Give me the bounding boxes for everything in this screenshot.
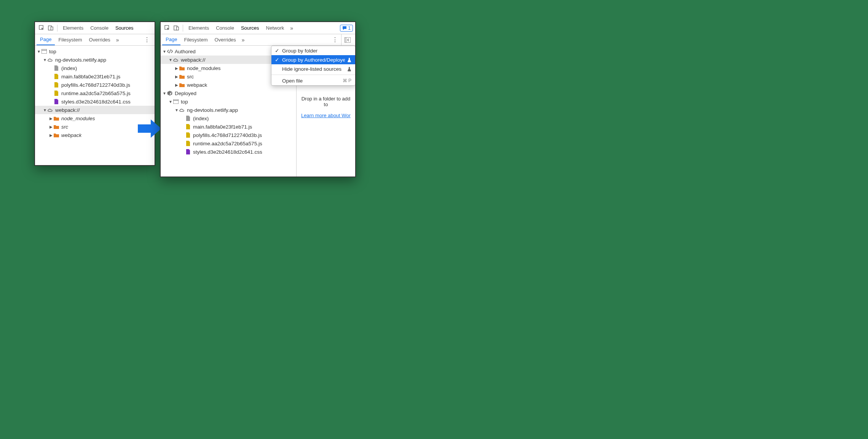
main-toolbar: Elements Console Sources <box>35 22 155 34</box>
caret-icon[interactable] <box>168 58 173 62</box>
tree-label: (index) <box>193 116 209 121</box>
caret-icon[interactable] <box>174 66 179 70</box>
subtab-filesystem[interactable]: Filesystem <box>55 34 85 45</box>
tree-label: polyfills.4c768d7122740d3b.js <box>61 82 130 88</box>
tree-label: Deployed <box>175 91 196 96</box>
tree-label: src <box>61 124 68 130</box>
tabs-more-icon[interactable]: » <box>288 25 295 31</box>
drop-hint: Drop in a folder to add to <box>300 96 352 107</box>
subtab-overrides[interactable]: Overrides <box>211 34 239 45</box>
caret-icon[interactable] <box>174 75 179 79</box>
device-icon[interactable] <box>172 24 180 32</box>
svg-rect-2 <box>51 27 53 30</box>
tree-file-css[interactable]: styles.d3e2b24618d2c641.css <box>161 148 297 156</box>
inspect-icon[interactable] <box>163 24 171 32</box>
subtab-more-icon[interactable]: » <box>114 37 121 43</box>
tree-label: polyfills.4c768d7122740d3b.js <box>193 132 262 138</box>
tab-sources[interactable]: Sources <box>238 22 262 34</box>
tree-label: ng-devtools.netlify.app <box>187 107 238 113</box>
tree-webpack[interactable]: webpack:// <box>35 106 155 114</box>
kebab-menu-icon[interactable]: ⋮ <box>141 36 153 43</box>
tree-file-js[interactable]: runtime.aa2dc5a72b65a575.js <box>35 89 155 97</box>
caret-icon[interactable] <box>37 49 41 54</box>
tree-domain[interactable]: ng-devtools.netlify.app <box>161 106 297 114</box>
sources-subbar: Page Filesystem Overrides » ⋮ <box>161 34 355 46</box>
shortcut-label: ⌘ P <box>343 78 351 83</box>
tree-file-index[interactable]: (index) <box>161 114 297 122</box>
folder-icon <box>53 115 59 121</box>
check-icon: ✓ <box>274 57 280 63</box>
tree-top[interactable]: top <box>161 97 297 106</box>
caret-icon[interactable] <box>43 58 47 62</box>
cloud-icon <box>173 57 179 63</box>
js-file-icon <box>53 82 59 88</box>
menu-group-authored[interactable]: ✓ Group by Authored/Deployed <box>271 55 355 64</box>
folder-icon <box>53 124 59 130</box>
menu-group-folder[interactable]: ✓ Group by folder <box>271 46 355 55</box>
css-file-icon <box>185 149 191 155</box>
tree-top[interactable]: top <box>35 47 155 56</box>
caret-icon[interactable] <box>43 108 47 112</box>
tree-deployed[interactable]: Deployed <box>161 89 297 97</box>
caret-icon[interactable] <box>174 108 179 112</box>
tab-sources[interactable]: Sources <box>112 22 137 34</box>
caret-icon[interactable] <box>162 49 167 54</box>
cloud-icon <box>47 57 53 63</box>
js-file-icon <box>185 132 191 138</box>
caret-icon[interactable] <box>49 133 53 137</box>
tree-label: (index) <box>61 65 77 71</box>
tab-elements[interactable]: Elements <box>60 22 86 34</box>
tree-file-js[interactable]: runtime.aa2dc5a72b65a575.js <box>161 139 297 148</box>
device-icon[interactable] <box>46 24 55 32</box>
inspect-icon[interactable] <box>37 24 46 32</box>
toggle-editor-icon[interactable] <box>341 34 354 45</box>
tree-folder[interactable]: webpack <box>35 131 155 139</box>
menu-hide-ignore[interactable]: Hide ignore-listed sources <box>271 64 355 73</box>
tab-console[interactable]: Console <box>213 22 237 34</box>
subtab-overrides[interactable]: Overrides <box>86 34 114 45</box>
learn-more-link[interactable]: Learn more about Wor <box>301 113 351 118</box>
caret-icon[interactable] <box>162 91 167 95</box>
tree-domain[interactable]: ng-devtools.netlify.app <box>35 56 155 64</box>
tree-folder[interactable]: src <box>35 122 155 131</box>
caret-icon[interactable] <box>49 125 53 129</box>
tree-file-js[interactable]: polyfills.4c768d7122740d3b.js <box>35 81 155 89</box>
tab-console[interactable]: Console <box>87 22 112 34</box>
svg-rect-3 <box>41 49 47 54</box>
chat-icon <box>342 26 347 30</box>
tree-file-js[interactable]: polyfills.4c768d7122740d3b.js <box>161 131 297 139</box>
tree-label: webpack:// <box>181 57 206 63</box>
subtab-more-icon[interactable]: » <box>239 37 247 43</box>
js-file-icon <box>53 73 59 80</box>
issues-badge[interactable]: 1 <box>340 25 353 32</box>
caret-icon[interactable] <box>168 100 173 104</box>
tab-network[interactable]: Network <box>263 22 287 34</box>
js-file-icon <box>185 124 191 130</box>
subtab-page[interactable]: Page <box>162 34 180 45</box>
menu-separator <box>271 75 355 75</box>
subtab-filesystem[interactable]: Filesystem <box>180 34 211 45</box>
tree-label: top <box>181 99 188 105</box>
tree-file-js[interactable]: main.fa8bfa0e23f1eb71.js <box>161 122 297 131</box>
tree-file-css[interactable]: styles.d3e2b24618d2c641.css <box>35 97 155 106</box>
tree-file-index[interactable]: (index) <box>35 64 155 72</box>
menu-open-file[interactable]: Open file ⌘ P <box>271 76 355 85</box>
tab-elements[interactable]: Elements <box>185 22 212 34</box>
kebab-menu-icon[interactable]: ⋮ <box>329 36 341 43</box>
folder-icon <box>179 82 185 88</box>
tree-label: main.fa8bfa0e23f1eb71.js <box>193 124 252 130</box>
flask-icon <box>347 67 351 72</box>
tree-label: src <box>187 74 194 80</box>
tree-folder[interactable]: node_modules <box>35 114 155 122</box>
toolbar-divider <box>183 25 183 32</box>
subtab-page[interactable]: Page <box>37 34 55 45</box>
check-icon: ✓ <box>274 48 280 54</box>
js-file-icon <box>53 90 59 96</box>
caret-icon[interactable] <box>174 83 179 87</box>
css-file-icon <box>53 99 59 105</box>
caret-icon[interactable] <box>49 116 53 121</box>
tree-file-js[interactable]: main.fa8bfa0e23f1eb71.js <box>35 72 155 81</box>
tree-label: runtime.aa2dc5a72b65a575.js <box>61 91 131 96</box>
context-menu: ✓ Group by folder ✓ Group by Authored/De… <box>271 46 356 86</box>
window-icon <box>41 48 47 54</box>
